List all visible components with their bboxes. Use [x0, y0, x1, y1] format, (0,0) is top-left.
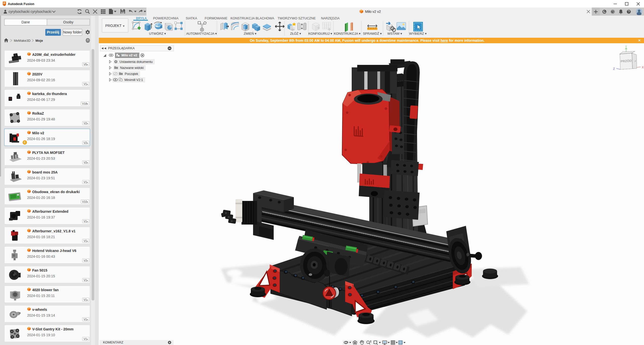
svg-text:F: F: [4, 2, 5, 5]
svg-text:Z: Z: [613, 67, 615, 71]
svg-text:X: X: [642, 66, 644, 69]
svg-text:Y: Y: [625, 45, 627, 48]
svg-text:PRZÓD: PRZÓD: [621, 59, 632, 63]
